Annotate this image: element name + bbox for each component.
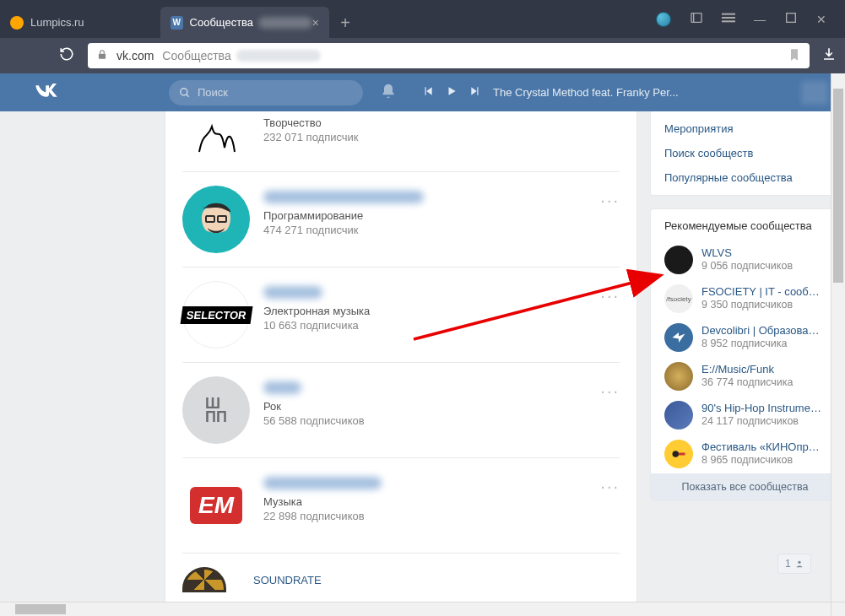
url-input[interactable]: vk.com Сообщества [88, 43, 810, 68]
player-track-title[interactable]: The Crystal Method feat. Franky Per... [493, 86, 679, 99]
group-category: Рок [263, 400, 365, 413]
audio-player: The Crystal Method feat. Franky Per... [422, 85, 679, 100]
recommended-item[interactable]: 90's Hip-Hop Instrumentals24 117 подписч… [651, 396, 839, 435]
reader-icon[interactable] [690, 11, 703, 28]
lock-icon [96, 49, 108, 63]
tab-title: Сообщества [190, 16, 254, 29]
minimize-button[interactable]: — [754, 13, 766, 26]
group-info: Рок 56 588 подписчиков [263, 376, 365, 444]
menu-icon[interactable] [722, 11, 735, 28]
tab-close-icon[interactable]: × [312, 16, 319, 30]
group-name-blurred [263, 381, 301, 394]
rec-avatar [664, 323, 693, 352]
svg-point-10 [673, 451, 680, 457]
groups-list: Творчество 232 071 подписчик Программиро… [165, 111, 637, 616]
url-domain: vk.com [116, 49, 154, 62]
svg-rect-0 [691, 13, 701, 22]
group-category: Музыка [263, 495, 382, 508]
group-avatar[interactable] [182, 567, 226, 592]
recommended-item[interactable]: E://Music/Funk36 774 подписчика [651, 357, 839, 396]
sidebar-link-events[interactable]: Мероприятия [651, 116, 839, 141]
vk-logo[interactable] [34, 82, 59, 104]
browser-tab-active[interactable]: W Сообщества × [160, 7, 329, 38]
download-icon[interactable] [821, 46, 837, 65]
group-avatar[interactable] [182, 186, 250, 253]
group-row[interactable]: SELECTOR Электронная музыка 10 663 подпи… [165, 271, 636, 359]
svg-rect-3 [722, 20, 735, 22]
horizontal-scrollbar[interactable] [0, 602, 831, 616]
rec-avatar [664, 401, 693, 430]
separator [182, 553, 620, 554]
group-name-blurred [263, 477, 382, 489]
group-row[interactable]: EM Музыка 22 898 подписчиков ··· [165, 462, 636, 549]
browser-controls: — ✕ [637, 0, 845, 38]
rec-subscribers: 9 350 подписчиков [701, 299, 824, 312]
separator [182, 457, 620, 458]
group-avatar[interactable]: ШПП [182, 376, 250, 444]
rec-avatar [664, 362, 693, 391]
browser-tab-inactive[interactable]: Lumpics.ru [0, 7, 160, 38]
scrollbar-thumb[interactable] [833, 89, 843, 283]
page-content: Творчество 232 071 подписчик Программиро… [0, 111, 845, 616]
recommended-item[interactable]: Devcolibri | Образование8 952 подписчика [651, 318, 839, 357]
group-subscribers: 22 898 подписчиков [263, 510, 382, 522]
recommended-item[interactable]: WLVS9 056 подписчиков [651, 240, 839, 279]
player-next-icon[interactable] [469, 85, 481, 100]
rec-subscribers: 9 056 подписчиков [701, 260, 793, 273]
recommended-item[interactable]: /fsociety FSOCIETY | IT - сообщество9 35… [651, 279, 839, 318]
header-avatar[interactable] [801, 81, 828, 105]
sidebar-link-search[interactable]: Поиск сообществ [651, 141, 839, 165]
group-actions-icon[interactable]: ··· [600, 381, 620, 401]
tab-title: Lumpics.ru [30, 16, 84, 29]
sidebar-link-popular[interactable]: Популярные сообщества [651, 165, 839, 190]
blurred-text [258, 17, 312, 29]
group-info: Электронная музыка 10 663 подписчика [263, 281, 370, 349]
new-tab-button[interactable]: + [333, 10, 358, 35]
reload-icon[interactable] [59, 46, 74, 65]
maximize-button[interactable] [784, 11, 798, 27]
rec-subscribers: 8 952 подписчика [701, 338, 824, 351]
close-button[interactable]: ✕ [816, 13, 826, 26]
group-row[interactable]: ШПП Рок 56 588 подписчиков ··· [165, 366, 636, 454]
group-actions-icon[interactable]: ··· [600, 191, 620, 210]
recommended-item[interactable]: Фестиваль «КИНОпробы»8 965 подписчиков [651, 435, 839, 473]
person-icon [795, 559, 804, 568]
group-category: Творчество [263, 116, 359, 129]
group-row[interactable]: SOUNDRATE [165, 557, 636, 602]
svg-rect-2 [722, 17, 735, 19]
show-all-button[interactable]: Показать все сообщества [651, 473, 839, 500]
group-subscribers: 56 588 подписчиков [263, 414, 365, 427]
rec-name: Фестиваль «КИНОпробы» [701, 440, 824, 454]
group-actions-icon[interactable]: ··· [600, 477, 620, 496]
left-spacer [0, 111, 165, 616]
friends-online-button[interactable]: 1 [777, 554, 811, 574]
group-row[interactable]: Программирование 474 271 подписчик ··· [165, 176, 636, 263]
rec-name: 90's Hip-Hop Instrumentals [701, 402, 824, 415]
favicon-icon [10, 16, 24, 30]
group-subscribers: 474 271 подписчик [263, 224, 424, 236]
rec-name: Devcolibri | Образование [701, 324, 824, 338]
svg-point-12 [798, 561, 800, 564]
extension-icon[interactable] [656, 12, 671, 27]
group-avatar[interactable]: SELECTOR [182, 281, 250, 349]
bookmark-icon[interactable] [788, 48, 801, 64]
browser-url-row: vk.com Сообщества [0, 38, 845, 73]
group-avatar[interactable]: EM [182, 472, 250, 539]
right-sidebar: Мероприятия Поиск сообществ Популярные с… [650, 111, 840, 616]
rec-name: FSOCIETY | IT - сообщество [701, 285, 824, 299]
group-category: Программирование [263, 209, 424, 222]
vertical-scrollbar[interactable] [831, 73, 845, 602]
separator [182, 171, 620, 172]
rec-avatar [664, 440, 693, 468]
group-avatar[interactable] [182, 111, 250, 158]
search-placeholder: Поиск [198, 86, 228, 99]
group-info: Программирование 474 271 подписчик [263, 186, 424, 253]
svg-point-6 [181, 88, 187, 95]
group-row[interactable]: Творчество 232 071 подписчик [165, 111, 636, 168]
scrollbar-thumb[interactable] [15, 604, 66, 614]
group-actions-icon[interactable]: ··· [600, 286, 620, 305]
player-play-icon[interactable] [446, 85, 458, 100]
search-input[interactable]: Поиск [169, 80, 363, 105]
notifications-icon[interactable] [380, 83, 397, 103]
player-prev-icon[interactable] [422, 85, 434, 100]
